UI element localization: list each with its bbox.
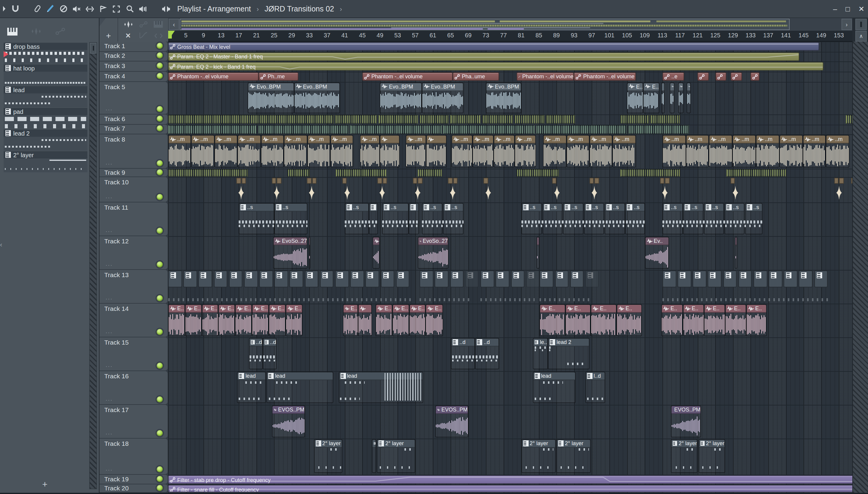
- picker-scrollbar[interactable]: [89, 42, 97, 489]
- audio-clip[interactable]: [358, 304, 372, 336]
- track-mute-led[interactable]: [157, 73, 163, 79]
- track-name-row[interactable]: Track 12···: [99, 236, 168, 269]
- automation-link-tab[interactable]: [48, 28, 72, 35]
- midi-pattern-clip[interactable]: ..s: [443, 203, 464, 234]
- automation-clip[interactable]: Gross Beat - Mix level: [168, 42, 819, 51]
- midi-pattern-clip[interactable]: [369, 203, 377, 234]
- breadcrumb-project[interactable]: JØRD Transitions 02: [265, 4, 334, 13]
- pattern-strip-clip[interactable]: [258, 125, 349, 133]
- midi-pattern-clip[interactable]: [396, 270, 409, 287]
- audio-clip[interactable]: E..: [644, 82, 660, 113]
- midi-pattern-clip[interactable]: [290, 270, 303, 287]
- track-mute-led[interactable]: [157, 484, 163, 491]
- pattern-strip-clip[interactable]: [378, 115, 418, 124]
- track-mute-led[interactable]: [157, 126, 163, 132]
- audio-clip[interactable]: [661, 82, 665, 113]
- audio-clip[interactable]: [665, 178, 670, 184]
- breadcrumb-section[interactable]: Playlist - Arrangement: [177, 4, 251, 13]
- track-name-row[interactable]: Track 18···: [99, 439, 168, 474]
- pattern-strip-clip[interactable]: [418, 169, 442, 176]
- audio-clip[interactable]: E..: [252, 304, 269, 336]
- midi-pattern-clip[interactable]: ..d: [249, 338, 262, 369]
- track-name-row[interactable]: Track 19: [99, 475, 168, 484]
- audio-clip[interactable]: [236, 178, 241, 184]
- pattern-strip-clip[interactable]: [482, 115, 513, 124]
- track-mute-led[interactable]: [157, 430, 163, 436]
- slide-icon[interactable]: [30, 3, 43, 14]
- audio-clip[interactable]: [418, 178, 423, 184]
- overview-scroll-left-button[interactable]: ‹: [169, 19, 179, 30]
- audio-clip[interactable]: [383, 178, 387, 184]
- pattern-strip-clip[interactable]: [628, 125, 689, 133]
- midi-pattern-clip[interactable]: ..s: [745, 203, 762, 234]
- audio-clip[interactable]: ..m: [566, 135, 590, 168]
- audio-clip[interactable]: [594, 178, 599, 184]
- pattern-item[interactable]: hat loop: [4, 64, 87, 86]
- midi-pattern-clip[interactable]: ..s: [274, 203, 307, 234]
- track-options-dots[interactable]: ···: [106, 107, 113, 113]
- track-name-row[interactable]: Track 14···: [99, 304, 168, 337]
- pattern-strip-clip[interactable]: [517, 169, 559, 176]
- midi-pattern-clip[interactable]: [420, 270, 433, 287]
- edge-collapse-icon[interactable]: ‹: [0, 241, 2, 248]
- overview-handle-button[interactable]: [855, 19, 867, 30]
- midi-pattern-clip[interactable]: ..s: [345, 203, 369, 234]
- audio-clip[interactable]: EvoSo..27: [418, 237, 448, 269]
- audio-clip[interactable]: Ev..: [645, 237, 669, 269]
- audio-clip[interactable]: ..m: [406, 135, 426, 168]
- track-options-dots[interactable]: ···: [106, 228, 113, 234]
- playhead-marker[interactable]: [168, 31, 175, 39]
- picker-scrollbar-handle[interactable]: [90, 43, 96, 54]
- midi-pattern-clip[interactable]: le..: [533, 338, 548, 369]
- audio-clip[interactable]: Evo..BPM: [294, 82, 340, 113]
- audio-clip[interactable]: [372, 237, 380, 269]
- vertical-scrollbar[interactable]: [852, 42, 868, 493]
- pattern-strip-clip[interactable]: [845, 115, 852, 124]
- track-mute-led[interactable]: [157, 476, 163, 482]
- pattern-item[interactable]: pad: [4, 107, 87, 129]
- track-name-row[interactable]: Track 5···: [99, 82, 168, 114]
- automation-clip[interactable]: Ph..me: [259, 72, 298, 81]
- pattern-strip-clip[interactable]: [168, 125, 257, 133]
- track-name-row[interactable]: Track 1: [99, 42, 168, 51]
- midi-pattern-clip[interactable]: [526, 270, 539, 287]
- magnet-icon[interactable]: [8, 3, 22, 14]
- delete-x-icon[interactable]: ✕: [125, 32, 131, 39]
- track-mute-led[interactable]: [157, 160, 163, 166]
- automation-clip[interactable]: Param. EQ 2 - Master - Band 1 freq: [168, 52, 799, 60]
- maximize-button[interactable]: □: [845, 5, 850, 13]
- audio-clip[interactable]: ..m: [473, 135, 494, 168]
- pattern-strip-clip[interactable]: [336, 169, 386, 176]
- audio-clip[interactable]: E..: [375, 304, 392, 336]
- timeline-ruler[interactable]: 5913172125293337414549535761656973778185…: [168, 31, 852, 42]
- audio-clip[interactable]: ..m: [330, 135, 353, 168]
- midi-pattern-clip[interactable]: ..s: [605, 203, 625, 234]
- track-mute-led[interactable]: [157, 363, 163, 369]
- automation-clip[interactable]: Filter - snare fill - Cutoff frequency: [168, 485, 852, 492]
- midi-pattern-clip[interactable]: [678, 270, 691, 287]
- track-name-row[interactable]: Track 16···: [99, 371, 168, 404]
- midi-pattern-clip[interactable]: ..s: [563, 203, 583, 234]
- pattern-strip-clip[interactable]: [621, 169, 680, 176]
- audio-clip[interactable]: E..: [540, 304, 566, 336]
- audio-clip[interactable]: ..m: [360, 135, 380, 168]
- pattern-item[interactable]: drop bass: [4, 42, 87, 64]
- audio-clip[interactable]: E..: [202, 304, 219, 336]
- automation-clip[interactable]: Pha..ume: [453, 72, 499, 81]
- audio-clip[interactable]: EVOS..PM: [435, 405, 468, 437]
- audio-clip[interactable]: EVOS..PM: [272, 405, 305, 437]
- midi-pattern-clip[interactable]: [723, 270, 737, 287]
- midi-pattern-clip[interactable]: ..s: [422, 203, 443, 234]
- audio-clip[interactable]: [660, 178, 665, 184]
- midi-pattern-clip[interactable]: ..s: [704, 203, 724, 234]
- midi-pattern-clip[interactable]: [799, 270, 813, 287]
- audio-clip[interactable]: ..m: [307, 135, 330, 168]
- track-name-row[interactable]: Track 3: [99, 61, 168, 71]
- midi-pattern-clip[interactable]: [229, 270, 242, 287]
- audio-clip[interactable]: ..m: [802, 135, 826, 168]
- audio-clip[interactable]: E..: [168, 304, 185, 336]
- piano-icon[interactable]: [154, 19, 163, 30]
- midi-pattern-clip[interactable]: [540, 270, 553, 287]
- pattern-strip-clip[interactable]: [443, 125, 534, 133]
- panel-collapse-icon[interactable]: [0, 3, 8, 14]
